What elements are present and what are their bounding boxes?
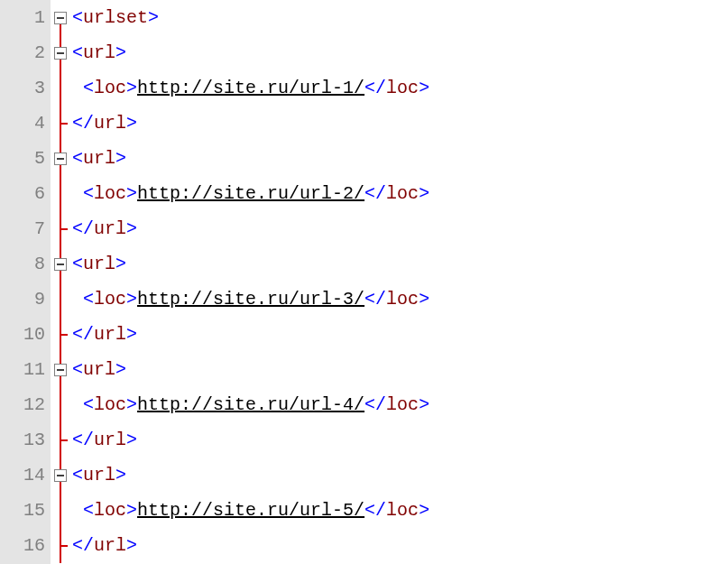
line-number: 10 — [0, 317, 45, 352]
xml-tag-url: url — [83, 254, 115, 274]
xml-tag-url-close: url — [94, 535, 126, 556]
line-number: 5 — [0, 141, 45, 176]
code-line[interactable]: <urlset> — [72, 0, 728, 35]
line-number: 3 — [0, 70, 45, 106]
line-number: 8 — [0, 246, 45, 282]
fold-toggle-icon[interactable] — [54, 12, 67, 24]
xml-tag-url-close: url — [94, 324, 126, 345]
code-line[interactable]: <loc>http://site.ru/url-2/</loc> — [72, 176, 728, 211]
fold-end-marker — [60, 123, 68, 125]
xml-tag-url: url — [83, 359, 115, 380]
code-line[interactable]: <url> — [72, 246, 728, 282]
line-number: 15 — [0, 493, 45, 528]
code-editor: 1 2 3 4 5 6 7 8 9 10 11 12 13 14 15 16 — [0, 0, 728, 564]
url-value: http://site.ru/url-5/ — [137, 500, 364, 521]
line-number: 12 — [0, 387, 45, 422]
code-line[interactable]: </url> — [72, 317, 728, 352]
code-line[interactable]: <url> — [72, 35, 728, 70]
xml-tag-url: url — [83, 465, 115, 485]
url-value: http://site.ru/url-2/ — [137, 183, 364, 204]
fold-toggle-icon[interactable] — [54, 153, 67, 165]
xml-tag-loc: loc — [94, 289, 126, 310]
code-line[interactable]: <loc>http://site.ru/url-4/</loc> — [72, 387, 728, 422]
fold-toggle-icon[interactable] — [54, 364, 67, 376]
url-value: http://site.ru/url-4/ — [137, 394, 364, 415]
line-number: 11 — [0, 352, 45, 387]
code-area[interactable]: <urlset> <url> <loc>http://site.ru/url-1… — [70, 0, 728, 564]
xml-tag-loc: loc — [94, 183, 126, 204]
code-line[interactable]: <url> — [72, 352, 728, 387]
xml-tag-loc: loc — [94, 78, 126, 98]
line-number: 16 — [0, 528, 45, 563]
fold-end-marker — [60, 228, 68, 230]
code-line[interactable]: <loc>http://site.ru/url-1/</loc> — [72, 70, 728, 106]
xml-tag-url-close: url — [94, 218, 126, 239]
xml-tag-url: url — [83, 42, 115, 63]
fold-toggle-icon[interactable] — [54, 47, 67, 60]
fold-end-marker — [60, 545, 68, 547]
fold-end-marker — [60, 334, 68, 336]
line-number: 13 — [0, 422, 45, 458]
line-number: 7 — [0, 211, 45, 246]
line-number-gutter: 1 2 3 4 5 6 7 8 9 10 11 12 13 14 15 16 — [0, 0, 51, 564]
line-number: 2 — [0, 35, 45, 70]
xml-tag-url-close: url — [94, 430, 126, 450]
fold-margin — [51, 0, 70, 564]
xml-tag-urlset: urlset — [83, 7, 148, 28]
xml-tag-loc: loc — [94, 394, 126, 415]
code-line[interactable]: <url> — [72, 458, 728, 493]
fold-end-marker — [60, 439, 68, 441]
code-line[interactable]: </url> — [72, 106, 728, 141]
xml-tag-url-close: url — [94, 113, 126, 134]
code-line[interactable]: <loc>http://site.ru/url-3/</loc> — [72, 282, 728, 317]
code-line[interactable]: </url> — [72, 422, 728, 458]
url-value: http://site.ru/url-3/ — [137, 289, 364, 310]
code-line[interactable]: <loc>http://site.ru/url-5/</loc> — [72, 493, 728, 528]
url-value: http://site.ru/url-1/ — [137, 78, 364, 98]
line-number: 1 — [0, 0, 45, 35]
line-number: 6 — [0, 176, 45, 211]
code-line[interactable]: </url> — [72, 211, 728, 246]
xml-tag-url: url — [83, 148, 115, 169]
line-number: 14 — [0, 458, 45, 493]
fold-toggle-icon[interactable] — [54, 469, 67, 482]
code-line[interactable]: <url> — [72, 141, 728, 176]
line-number: 4 — [0, 106, 45, 141]
code-line[interactable]: </url> — [72, 528, 728, 563]
xml-tag-loc: loc — [94, 500, 126, 521]
fold-toggle-icon[interactable] — [54, 258, 67, 271]
line-number: 9 — [0, 282, 45, 317]
